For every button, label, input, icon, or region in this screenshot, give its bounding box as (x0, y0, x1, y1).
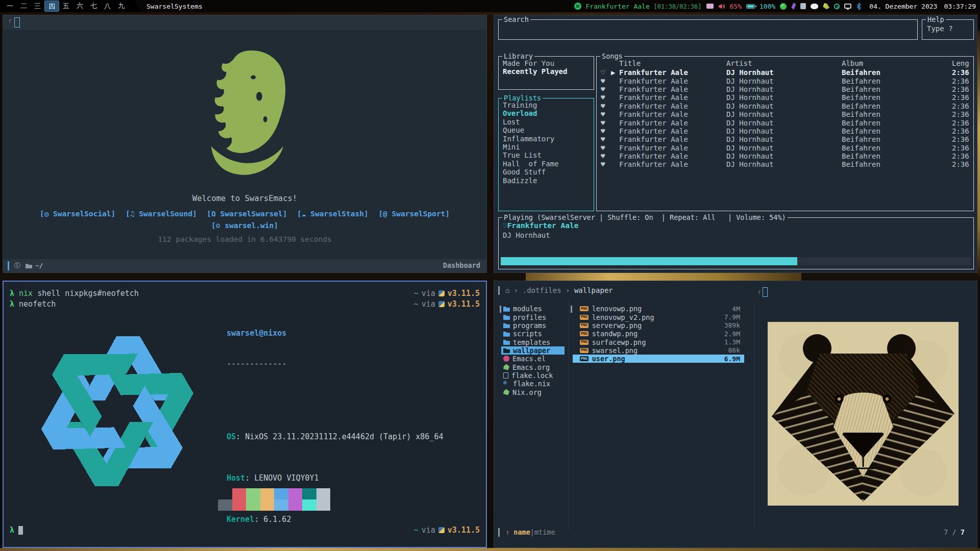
songs-header-row: Title Artist Album Leng (600, 59, 970, 67)
breadcrumb[interactable]: ⌂ › .dotfiles › wallpaper (505, 286, 613, 294)
playlist-item[interactable]: Lost (503, 118, 594, 126)
dashboard-link[interactable]: [Ω SwarselSwarsel] (207, 210, 287, 218)
file-row[interactable]: Emacs.org (501, 363, 565, 371)
keyboard-icon[interactable] (706, 4, 714, 9)
file-row[interactable]: modules (501, 305, 565, 313)
seek-bar[interactable] (501, 257, 971, 265)
syncthing-icon[interactable] (834, 4, 840, 9)
playing-status-label: Playing (SwarselServer | Shuffle: On | R… (502, 213, 788, 221)
breadcrumb-current[interactable]: wallpaper (574, 286, 613, 294)
breadcrumb-dir[interactable]: .dotfiles (523, 286, 561, 294)
song-row[interactable]: ♥ Frankfurter Aale DJ Hornhaut Beifahren… (600, 152, 970, 160)
dashboard-link[interactable]: [☁ SwarselStash] (297, 210, 369, 218)
file-row[interactable]: flake.lock (501, 371, 565, 380)
playlist-item[interactable]: Queue (503, 126, 594, 134)
song-row[interactable]: ♥ Frankfurter Aale DJ Hornhaut Beifahren… (600, 160, 970, 168)
file-row[interactable]: PNG lenovowp.png 4M (573, 305, 744, 313)
favorite-heart-icon[interactable]: ♥ (600, 110, 611, 118)
widget-tray-icon[interactable] (800, 3, 806, 9)
song-row[interactable]: ♥ Frankfurter Aale DJ Hornhaut Beifahren… (600, 135, 970, 143)
playlist-item[interactable]: Inflammatory (503, 135, 594, 143)
song-title: Frankfurter Aale (619, 119, 726, 127)
workspace-button[interactable]: 九 (114, 1, 128, 12)
file-row[interactable]: PNG user.png 6.9M (573, 355, 744, 363)
workspace-button[interactable]: 二 (17, 1, 31, 12)
file-row[interactable]: profiles (501, 313, 565, 321)
favorite-heart-icon[interactable]: ♥ (600, 102, 611, 110)
playlist-item[interactable]: Good Stuff (503, 168, 594, 176)
favorite-heart-icon[interactable]: ♥ (600, 127, 611, 135)
sort-alt-key[interactable]: mtime (534, 528, 555, 536)
favorite-heart-icon[interactable]: ♥ (600, 160, 611, 168)
favorite-heart-icon[interactable]: ♥ (600, 85, 611, 93)
playlist-item[interactable]: Hall of Fame (503, 160, 594, 168)
claw-tray-icon[interactable] (823, 3, 829, 9)
search-input[interactable]: Search (498, 19, 918, 40)
terminal-color-palette (218, 488, 330, 511)
favorite-heart-icon[interactable]: ♥ (600, 93, 611, 102)
favorite-heart-icon[interactable]: ♥ (600, 77, 611, 85)
file-row[interactable]: PNG surfacewp.png 1.3M (573, 338, 744, 346)
verified-tray-icon[interactable] (780, 3, 787, 10)
file-row[interactable]: PNG standwp.png 2.9M (573, 330, 744, 338)
dashboard-link-site[interactable]: [⚙ swarsel.win] (211, 221, 278, 230)
bluetooth-icon[interactable] (856, 3, 862, 10)
playlist-item[interactable]: Overload (503, 109, 594, 117)
file-row[interactable]: Nix.org (501, 388, 565, 396)
shell-prompt[interactable]: λ (10, 525, 23, 535)
workspace-button[interactable]: 六 (73, 1, 87, 12)
dashboard-link[interactable]: [◎ SwarselSocial] (40, 210, 115, 218)
file-row[interactable]: wallpaper (501, 346, 565, 355)
sort-direction-icon[interactable]: ↑ (505, 528, 513, 536)
dashboard-link[interactable]: [♫ SwarselSound] (126, 210, 197, 218)
workspace-button[interactable]: 八 (101, 1, 114, 12)
file-row[interactable]: PNG serverwp.png 389k (573, 321, 744, 330)
workspace-button[interactable]: 七 (87, 1, 101, 12)
song-row[interactable]: ♥ Frankfurter Aale DJ Hornhaut Beifahren… (600, 110, 970, 118)
heart-icon[interactable]: ♡ (503, 221, 507, 230)
file-row[interactable]: Emacs.el (501, 355, 565, 363)
playlist-item[interactable]: Badizzle (503, 177, 594, 185)
workspace-button[interactable]: 一 (3, 1, 17, 12)
favorite-heart-icon[interactable]: ♥ (600, 144, 611, 152)
song-album: Beifahren (842, 152, 952, 160)
terminal-window[interactable]: λ nix shell nixpkgs#neofetch ~viav3.11.5… (3, 281, 487, 548)
file-row[interactable]: flake.nix (501, 380, 565, 388)
song-row[interactable]: ♥ Frankfurter Aale DJ Hornhaut Beifahren… (600, 77, 970, 85)
song-row[interactable]: ♥ Frankfurter Aale DJ Hornhaut Beifahren… (600, 144, 970, 152)
spotify-icon[interactable] (574, 3, 581, 10)
fringe-corner-glyph: ┌ (8, 17, 11, 22)
workspace-button[interactable]: 四 (44, 1, 59, 12)
playlist-item[interactable]: Training (503, 101, 594, 109)
now-playing-module[interactable]: Frankfurter Aale [01:38/02:36] (586, 3, 702, 10)
battery-icon[interactable] (746, 4, 755, 9)
song-row[interactable]: ♥ Frankfurter Aale DJ Hornhaut Beifahren… (600, 118, 970, 127)
display-icon[interactable] (844, 4, 851, 9)
sort-key[interactable]: name (513, 528, 530, 536)
library-item[interactable]: Recently Played (503, 67, 594, 76)
playlist-item[interactable]: True List (503, 151, 594, 159)
file-row[interactable]: templates (501, 338, 565, 346)
volume-icon[interactable] (718, 3, 725, 10)
favorite-heart-icon[interactable]: ♥ (600, 135, 611, 143)
workspace-button[interactable]: 三 (31, 1, 44, 12)
file-row[interactable]: PNG lenovowp_v2.png 7.9M (573, 313, 744, 321)
battery-level: 100% (760, 3, 775, 10)
file-row[interactable]: programs (501, 321, 565, 330)
song-row[interactable]: ♥ Frankfurter Aale DJ Hornhaut Beifahren… (600, 127, 970, 135)
song-row[interactable]: ♥ Frankfurter Aale DJ Hornhaut Beifahren… (600, 85, 970, 93)
favorite-heart-icon[interactable]: ♥ (600, 152, 611, 160)
library-item[interactable]: Made For You (503, 59, 594, 67)
playlist-item[interactable]: Mini (503, 143, 594, 151)
favorite-heart-icon[interactable]: ♥ (600, 119, 611, 127)
song-row[interactable]: ♡ ▶ Frankfurter Aale DJ Hornhaut Beifahr… (600, 68, 970, 77)
song-row[interactable]: ♥ Frankfurter Aale DJ Hornhaut Beifahren… (600, 93, 970, 102)
shard-tray-icon[interactable] (791, 3, 796, 10)
file-row[interactable]: PNG swarsel.png 86k (573, 346, 744, 355)
discord-icon[interactable] (811, 4, 818, 9)
favorite-heart-icon[interactable]: ♡ (600, 68, 611, 77)
workspace-button[interactable]: 五 (59, 1, 73, 12)
dashboard-link[interactable]: [@ SwarselSport] (378, 210, 450, 218)
song-row[interactable]: ♥ Frankfurter Aale DJ Hornhaut Beifahren… (600, 102, 970, 110)
file-row[interactable]: scripts (501, 330, 565, 338)
